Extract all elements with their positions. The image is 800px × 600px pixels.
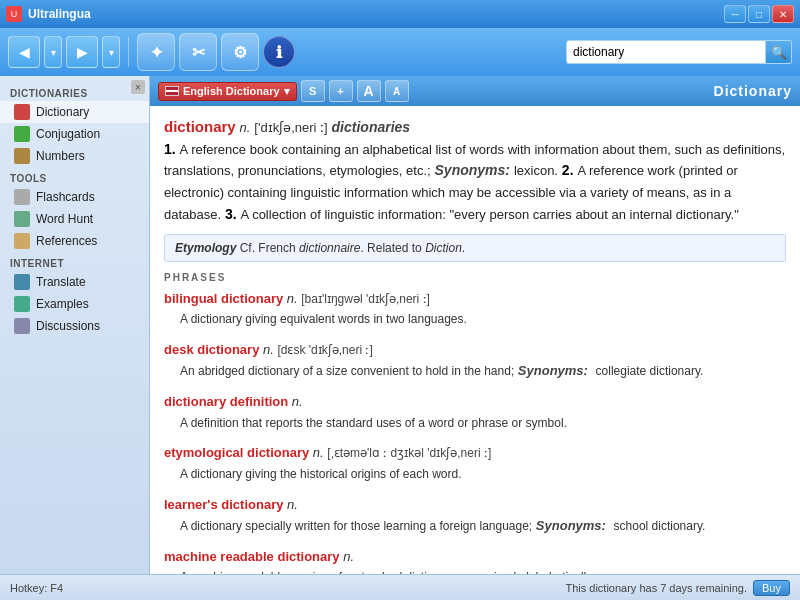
sidebar-label-references: References — [36, 234, 97, 248]
entry-pronunciation: ['dɪkʃə,neri ː] — [254, 120, 327, 135]
sidebar-section-internet: INTERNET — [0, 252, 149, 271]
sidebar-label-examples: Examples — [36, 297, 89, 311]
definition-3: A collection of linguistic information: … — [241, 207, 739, 222]
phrase-entry-learners: learner's dictionary n. A dictionary spe… — [164, 495, 786, 537]
flashcards-icon — [14, 189, 30, 205]
phrase-pos-bilingual: n. — [287, 291, 298, 306]
content-toolbar: English Dictionary ▾ S + A A Dictionary — [150, 76, 800, 106]
sidebar-item-references[interactable]: References — [0, 230, 149, 252]
phrase-pos-machine: n. — [343, 549, 354, 564]
sidebar: × DICTIONARIES Dictionary Conjugation Nu… — [0, 76, 150, 574]
dictionary-icon — [14, 104, 30, 120]
status-right: This dictionary has 7 days remaining. Bu… — [565, 580, 790, 596]
search-button[interactable]: 🔍 — [766, 40, 792, 64]
sidebar-label-dictionary: Dictionary — [36, 105, 89, 119]
synonyms-label-1: Synonyms: — [435, 162, 510, 178]
info-button[interactable]: ℹ — [263, 36, 295, 68]
close-button[interactable]: ✕ — [772, 5, 794, 23]
dictionary-content[interactable]: dictionary n. ['dɪkʃə,neri ː] dictionari… — [150, 106, 800, 574]
sidebar-item-dictionary[interactable]: Dictionary — [0, 101, 149, 123]
sidebar-item-conjugation[interactable]: Conjugation — [0, 123, 149, 145]
back-button[interactable]: ◀ — [8, 36, 40, 68]
phrase-pos-etymological: n. — [313, 445, 324, 460]
font-decrease-button[interactable]: A — [385, 80, 409, 102]
app-icon: U — [6, 6, 22, 22]
settings-button[interactable]: ⚙ — [221, 33, 259, 71]
etymology-box: Etymology Cf. French dictionnaire. Relat… — [164, 234, 786, 262]
phrase-syn-text-desk: collegiate dictionary. — [596, 364, 704, 378]
font-increase-button[interactable]: A — [357, 80, 381, 102]
phrase-word-etymological: etymological dictionary — [164, 445, 309, 460]
sidebar-label-conjugation: Conjugation — [36, 127, 100, 141]
translate-icon — [14, 274, 30, 290]
title-bar-left: U Ultralingua — [6, 6, 91, 22]
phrase-syn-text-learners: school dictionary. — [614, 519, 706, 533]
conjugation-icon — [14, 126, 30, 142]
sidebar-label-flashcards: Flashcards — [36, 190, 95, 204]
etymology-text: Cf. French — [240, 241, 296, 255]
add-button[interactable]: + — [329, 80, 353, 102]
phrase-pos-desk: n. — [263, 342, 274, 357]
sidebar-close-button[interactable]: × — [131, 80, 145, 94]
phrase-pron-desk: [dɛsk 'dɪkʃə,neri ː] — [277, 343, 372, 357]
scissors-button[interactable]: ✂ — [179, 33, 217, 71]
buy-button[interactable]: Buy — [753, 580, 790, 596]
forward-dropdown[interactable]: ▾ — [102, 36, 120, 68]
language-label: English Dictionary — [183, 85, 280, 97]
search-box: 🔍 — [566, 40, 792, 64]
def1-num: 1. — [164, 141, 176, 157]
status-message: This dictionary has 7 days remaining. — [565, 582, 747, 594]
etymology-related: Diction — [425, 241, 462, 255]
phrase-def-desk: An abridged dictionary of a size conveni… — [180, 364, 514, 378]
wordhunt-icon — [14, 211, 30, 227]
toolbar: ◀ ▾ ▶ ▾ ✦ ✂ ⚙ ℹ 🔍 — [0, 28, 800, 76]
sidebar-item-flashcards[interactable]: Flashcards — [0, 186, 149, 208]
etymology-label: Etymology — [175, 241, 236, 255]
language-dropdown-icon: ▾ — [284, 85, 290, 98]
spell-check-button[interactable]: S — [301, 80, 325, 102]
phrase-pos-learners: n. — [287, 497, 298, 512]
sidebar-label-wordhunt: Word Hunt — [36, 212, 93, 226]
phrase-def-definition: A definition that reports the standard u… — [180, 416, 567, 430]
entry-headword: dictionary — [164, 118, 236, 135]
phrase-entry-etymological: etymological dictionary n. [ˌɛtəmə'lɑ ː … — [164, 443, 786, 485]
etymology-rest: . Related to — [360, 241, 421, 255]
phrase-pron-bilingual: [baɪ'lɪŋgwəl 'dɪkʃə,neri ː] — [301, 292, 430, 306]
stars-button[interactable]: ✦ — [137, 33, 175, 71]
references-icon — [14, 233, 30, 249]
status-bar: Hotkey: F4 This dictionary has 7 days re… — [0, 574, 800, 600]
maximize-button[interactable]: □ — [748, 5, 770, 23]
sidebar-item-numbers[interactable]: Numbers — [0, 145, 149, 167]
window-controls: ─ □ ✕ — [724, 5, 794, 23]
phrase-pron-etymological: [ˌɛtəmə'lɑ ː dʒɪkəl 'dɪkʃə,neri ː] — [327, 446, 491, 460]
etymology-word: dictionnaire — [299, 241, 360, 255]
sidebar-item-wordhunt[interactable]: Word Hunt — [0, 208, 149, 230]
phrase-def-learners: A dictionary specially written for those… — [180, 519, 532, 533]
phrase-def-machine: A machine-readable version of a standard… — [180, 570, 596, 574]
minimize-button[interactable]: ─ — [724, 5, 746, 23]
phrase-entry-desk: desk dictionary n. [dɛsk 'dɪkʃə,neri ː] … — [164, 340, 786, 382]
sidebar-item-discussions[interactable]: Discussions — [0, 315, 149, 337]
phrases-label: PHRASES — [164, 272, 786, 283]
app-title: Ultralingua — [28, 7, 91, 21]
forward-button[interactable]: ▶ — [66, 36, 98, 68]
discussions-icon — [14, 318, 30, 334]
sidebar-label-translate: Translate — [36, 275, 86, 289]
main-area: × DICTIONARIES Dictionary Conjugation Nu… — [0, 76, 800, 574]
phrase-word-desk: desk dictionary — [164, 342, 259, 357]
back-dropdown[interactable]: ▾ — [44, 36, 62, 68]
synonym-text-1: lexicon. — [514, 163, 558, 178]
phrase-word-definition: dictionary definition — [164, 394, 288, 409]
entry-plural: dictionaries — [332, 119, 411, 135]
phrase-word-bilingual: bilingual dictionary — [164, 291, 283, 306]
sidebar-item-examples[interactable]: Examples — [0, 293, 149, 315]
language-selector[interactable]: English Dictionary ▾ — [158, 82, 297, 101]
sidebar-item-translate[interactable]: Translate — [0, 271, 149, 293]
phrase-def-etymological: A dictionary giving the historical origi… — [180, 467, 461, 481]
main-entry: dictionary n. ['dɪkʃə,neri ː] dictionari… — [164, 116, 786, 226]
def2-num: 2. — [562, 162, 574, 178]
entry-pos: n. — [240, 120, 251, 135]
phrase-def-bilingual: A dictionary giving equivalent words in … — [180, 312, 467, 326]
phrase-syn-label-learners: Synonyms: — [536, 518, 606, 533]
search-input[interactable] — [566, 40, 766, 64]
